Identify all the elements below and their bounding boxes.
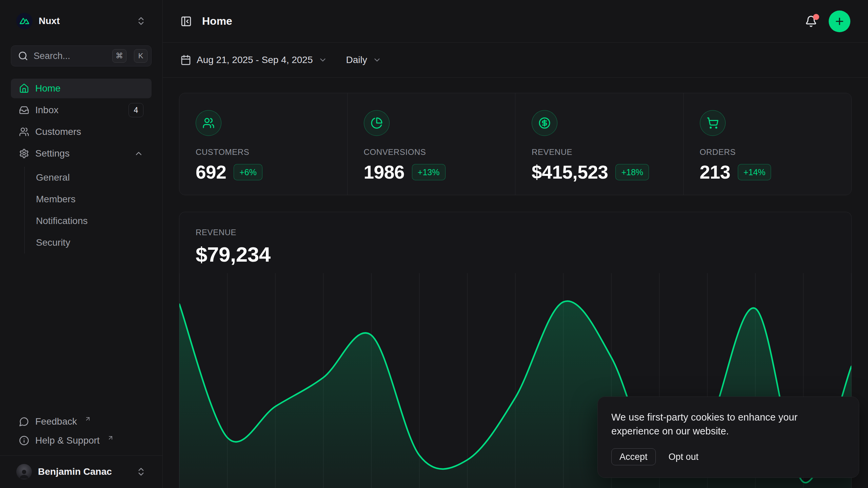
inbox-count-badge: 4 — [129, 103, 143, 117]
notifications-button[interactable] — [804, 14, 818, 29]
accept-cookies-button[interactable]: Accept — [611, 448, 656, 465]
stat-change-badge: +18% — [615, 164, 649, 180]
sidebar-footer: Feedback Help & Support Benjamin Canac — [11, 412, 152, 484]
avatar — [16, 464, 32, 480]
stats-card: CUSTOMERS 692 +6% CONVERSIONS 1986 +13% — [179, 93, 852, 195]
stat-revenue[interactable]: REVENUE $415,523 +18% — [515, 93, 684, 195]
sidebar-item-label: Inbox — [35, 105, 59, 116]
k-key: K — [134, 49, 147, 63]
sidebar-item-settings[interactable]: Settings — [11, 144, 152, 163]
stat-value: $415,523 — [532, 161, 608, 183]
feedback-link[interactable]: Feedback — [11, 412, 152, 431]
cart-icon — [707, 117, 719, 129]
collapse-sidebar-button[interactable] — [180, 16, 192, 27]
stat-value: 213 — [700, 161, 730, 183]
stat-icon-circle — [532, 110, 557, 136]
users-icon — [19, 127, 29, 137]
message-bubble-icon — [19, 416, 29, 427]
nuxt-logo — [16, 13, 33, 29]
home-icon — [19, 83, 29, 94]
workspace-name: Nuxt — [39, 16, 60, 26]
stat-label: CUSTOMERS — [196, 147, 331, 157]
granularity-select[interactable]: Daily — [346, 55, 381, 65]
stat-change-badge: +14% — [738, 164, 771, 180]
chevron-up-icon — [134, 149, 143, 158]
date-range-picker[interactable]: Aug 21, 2025 - Sep 4, 2025 — [180, 55, 327, 65]
external-link-icon — [84, 415, 91, 422]
sidebar-item-inbox[interactable]: Inbox 4 — [11, 100, 152, 120]
user-name: Benjamin Canac — [38, 466, 112, 477]
stat-icon-circle — [196, 110, 221, 136]
cookie-banner: We use first-party cookies to enhance yo… — [597, 396, 859, 478]
settings-subnav: General Members Notifications Security — [24, 167, 152, 253]
chevrons-up-down-icon — [136, 467, 146, 477]
stat-label: CONVERSIONS — [364, 147, 499, 157]
sidebar-item-home[interactable]: Home — [11, 79, 152, 98]
stat-label: ORDERS — [700, 147, 835, 157]
info-icon — [19, 435, 29, 446]
users-icon — [202, 117, 215, 129]
stat-value: 692 — [196, 161, 226, 183]
sidebar-item-customers[interactable]: Customers — [11, 122, 152, 142]
panel-left-close-icon — [180, 16, 192, 27]
sidebar-item-label: Home — [35, 83, 61, 94]
stat-icon-circle — [700, 110, 726, 136]
main-header: Home — [163, 0, 868, 43]
workspace-switcher[interactable]: Nuxt — [11, 10, 152, 32]
search-placeholder: Search... — [34, 51, 105, 61]
stat-label: REVENUE — [532, 147, 667, 157]
sidebar-divider — [0, 455, 162, 456]
stat-customers[interactable]: CUSTOMERS 692 +6% — [179, 93, 348, 195]
optout-cookies-button[interactable]: Opt out — [669, 452, 699, 462]
search-icon — [18, 51, 28, 61]
help-support-link[interactable]: Help & Support — [11, 431, 152, 450]
revenue-chart-total: $79,234 — [196, 242, 835, 266]
inbox-icon — [19, 105, 29, 115]
sidebar-item-label: Settings — [35, 148, 70, 159]
chevrons-up-down-icon — [136, 16, 146, 26]
stat-icon-circle — [364, 110, 390, 136]
page-title: Home — [202, 15, 232, 27]
gear-icon — [19, 148, 29, 159]
stat-conversions[interactable]: CONVERSIONS 1986 +13% — [348, 93, 516, 195]
chevron-down-icon — [318, 56, 327, 64]
sidebar-item-security[interactable]: Security — [25, 232, 152, 253]
sidebar-nav: Home Inbox 4 Customers Settings General … — [11, 79, 152, 253]
sidebar-item-label: Customers — [35, 126, 81, 137]
stat-orders[interactable]: ORDERS 213 +14% — [684, 93, 852, 195]
plus-icon — [834, 16, 845, 27]
search-input[interactable]: Search... ⌘ K — [11, 45, 152, 66]
user-menu[interactable]: Benjamin Canac — [11, 460, 152, 483]
sidebar-item-notifications[interactable]: Notifications — [25, 210, 152, 232]
sidebar-item-general[interactable]: General — [25, 167, 152, 188]
toolbar: Aug 21, 2025 - Sep 4, 2025 Daily — [163, 43, 868, 78]
pie-chart-icon — [371, 117, 383, 129]
sidebar-item-members[interactable]: Members — [25, 188, 152, 210]
command-key: ⌘ — [112, 49, 126, 63]
sidebar: Nuxt Search... ⌘ K Home Inbox 4 Customer… — [0, 0, 163, 488]
stat-change-badge: +13% — [412, 164, 446, 180]
cookie-message: We use first-party cookies to enhance yo… — [611, 410, 845, 438]
footer-link-label: Feedback — [35, 416, 77, 427]
date-range-value: Aug 21, 2025 - Sep 4, 2025 — [197, 55, 313, 65]
chevron-down-icon — [373, 56, 381, 64]
footer-link-label: Help & Support — [35, 435, 100, 446]
stat-value: 1986 — [364, 161, 405, 183]
stat-change-badge: +6% — [234, 164, 262, 180]
add-button[interactable] — [829, 11, 850, 32]
granularity-value: Daily — [346, 55, 367, 65]
calendar-icon — [180, 55, 191, 65]
dollar-circle-icon — [538, 117, 551, 129]
notification-dot — [813, 14, 819, 20]
revenue-chart-label: REVENUE — [196, 228, 835, 237]
external-link-icon — [107, 434, 114, 441]
